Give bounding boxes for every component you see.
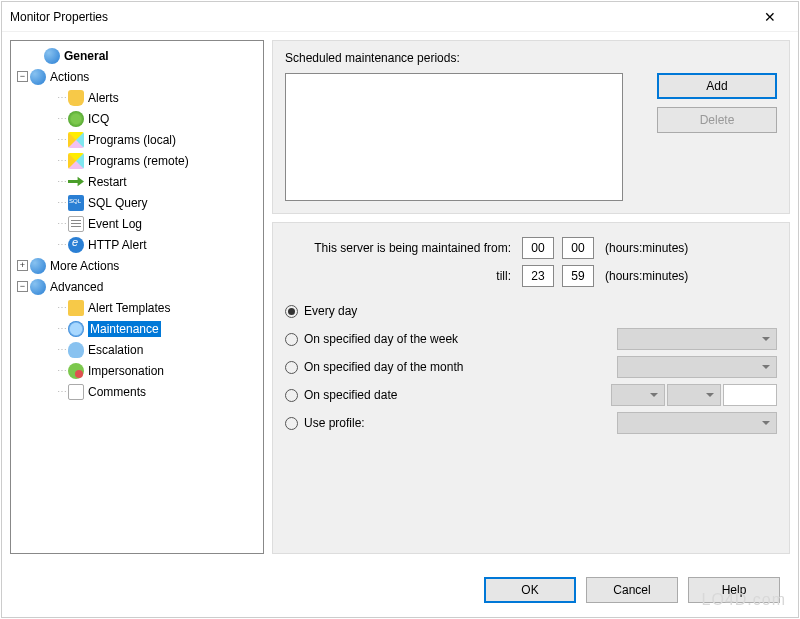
- tree-item-programs-remote[interactable]: ⋯Programs (remote): [13, 150, 261, 171]
- tree-label: General: [64, 49, 109, 63]
- button-label: OK: [521, 583, 538, 597]
- tree-label: HTTP Alert: [88, 238, 146, 252]
- scheduled-label: Scheduled maintenance periods:: [285, 51, 460, 65]
- expand-icon[interactable]: +: [17, 260, 28, 271]
- date-year-input[interactable]: [723, 384, 777, 406]
- info-icon: [30, 69, 46, 85]
- from-minutes-input[interactable]: 00: [562, 237, 594, 259]
- radio-every-day[interactable]: Every day: [285, 297, 777, 325]
- info-icon: [44, 48, 60, 64]
- ok-button[interactable]: OK: [484, 577, 576, 603]
- tree-label: Programs (local): [88, 133, 176, 147]
- icq-icon: [68, 111, 84, 127]
- window-frame: Monitor Properties ✕ General − Actions ⋯…: [1, 1, 799, 618]
- impersonation-icon: [68, 363, 84, 379]
- weekday-combo[interactable]: [617, 328, 777, 350]
- info-icon: [30, 279, 46, 295]
- escalation-icon: [68, 342, 84, 358]
- bell-icon: [68, 90, 84, 106]
- radio-label: Every day: [304, 304, 357, 318]
- collapse-icon[interactable]: −: [17, 71, 28, 82]
- unit-label: (hours:minutes): [605, 241, 777, 255]
- from-hours-input[interactable]: 00: [522, 237, 554, 259]
- radio-day-of-month[interactable]: On specified day of the month: [285, 353, 777, 381]
- tree-label: Impersonation: [88, 364, 164, 378]
- tree-label: SQL Query: [88, 196, 148, 210]
- windows-icon: [68, 132, 84, 148]
- till-hours-input[interactable]: 23: [522, 265, 554, 287]
- delete-button[interactable]: Delete: [657, 107, 777, 133]
- tree-label: Alert Templates: [88, 301, 170, 315]
- titlebar: Monitor Properties ✕: [2, 2, 798, 32]
- tree-item-actions[interactable]: − Actions: [13, 66, 261, 87]
- tree-item-restart[interactable]: ⋯Restart: [13, 171, 261, 192]
- sql-icon: [68, 195, 84, 211]
- unit-label: (hours:minutes): [605, 269, 777, 283]
- tree-item-escalation[interactable]: ⋯Escalation: [13, 339, 261, 360]
- tree-label: Restart: [88, 175, 127, 189]
- profile-combo[interactable]: [617, 412, 777, 434]
- button-label: Help: [722, 583, 747, 597]
- clock-icon: [68, 321, 84, 337]
- button-label: Delete: [700, 113, 735, 127]
- tree-item-alerts[interactable]: ⋯Alerts: [13, 87, 261, 108]
- tree-item-sql[interactable]: ⋯SQL Query: [13, 192, 261, 213]
- tree-label: Alerts: [88, 91, 119, 105]
- tree-item-maintenance[interactable]: ⋯Maintenance: [13, 318, 261, 339]
- date-day-combo[interactable]: [667, 384, 721, 406]
- tree-item-impersonation[interactable]: ⋯Impersonation: [13, 360, 261, 381]
- collapse-icon[interactable]: −: [17, 281, 28, 292]
- help-button[interactable]: Help: [688, 577, 780, 603]
- add-button[interactable]: Add: [657, 73, 777, 99]
- button-label: Add: [706, 79, 727, 93]
- tree-item-eventlog[interactable]: ⋯Event Log: [13, 213, 261, 234]
- till-minutes-input[interactable]: 59: [562, 265, 594, 287]
- tree-label: ICQ: [88, 112, 109, 126]
- periods-listbox[interactable]: [285, 73, 623, 201]
- till-label: till:: [285, 269, 515, 283]
- tree-item-alert-templates[interactable]: ⋯Alert Templates: [13, 297, 261, 318]
- tree-label: Maintenance: [88, 321, 161, 337]
- radio-label: On specified day of the week: [304, 332, 458, 346]
- radio-label: Use profile:: [304, 416, 365, 430]
- content-panel: Scheduled maintenance periods: Add Delet…: [272, 40, 790, 554]
- tree-item-icq[interactable]: ⋯ICQ: [13, 108, 261, 129]
- tree-item-more-actions[interactable]: + More Actions: [13, 255, 261, 276]
- from-label: This server is being maintained from:: [285, 241, 515, 255]
- info-icon: [30, 258, 46, 274]
- radio-use-profile[interactable]: Use profile:: [285, 409, 777, 437]
- radio-icon: [285, 361, 298, 374]
- monthday-combo[interactable]: [617, 356, 777, 378]
- cancel-button[interactable]: Cancel: [586, 577, 678, 603]
- log-icon: [68, 216, 84, 232]
- radio-day-of-week[interactable]: On specified day of the week: [285, 325, 777, 353]
- time-options-group: This server is being maintained from: 00…: [272, 222, 790, 554]
- tree-item-advanced[interactable]: − Advanced: [13, 276, 261, 297]
- tree-label: Comments: [88, 385, 146, 399]
- browser-icon: [68, 237, 84, 253]
- tree-item-general[interactable]: General: [13, 45, 261, 66]
- tree-label: Actions: [50, 70, 89, 84]
- template-icon: [68, 300, 84, 316]
- tree-label: Programs (remote): [88, 154, 189, 168]
- tree-item-programs-local[interactable]: ⋯Programs (local): [13, 129, 261, 150]
- tree-item-http[interactable]: ⋯HTTP Alert: [13, 234, 261, 255]
- radio-label: On specified day of the month: [304, 360, 463, 374]
- window-title: Monitor Properties: [10, 10, 108, 24]
- scheduled-periods-group: Scheduled maintenance periods: Add Delet…: [272, 40, 790, 214]
- nav-tree: General − Actions ⋯Alerts ⋯ICQ ⋯Programs…: [10, 40, 264, 554]
- dialog-buttons: OK Cancel Help: [484, 577, 780, 603]
- close-button[interactable]: ✕: [750, 3, 790, 31]
- comments-icon: [68, 384, 84, 400]
- button-label: Cancel: [613, 583, 650, 597]
- tree-item-comments[interactable]: ⋯Comments: [13, 381, 261, 402]
- tree-label: Escalation: [88, 343, 143, 357]
- restart-icon: [68, 174, 84, 190]
- tree-label: Advanced: [50, 280, 103, 294]
- tree-label: More Actions: [50, 259, 119, 273]
- radio-icon: [285, 305, 298, 318]
- date-month-combo[interactable]: [611, 384, 665, 406]
- tree-label: Event Log: [88, 217, 142, 231]
- radio-label: On specified date: [304, 388, 397, 402]
- radio-specified-date[interactable]: On specified date: [285, 381, 777, 409]
